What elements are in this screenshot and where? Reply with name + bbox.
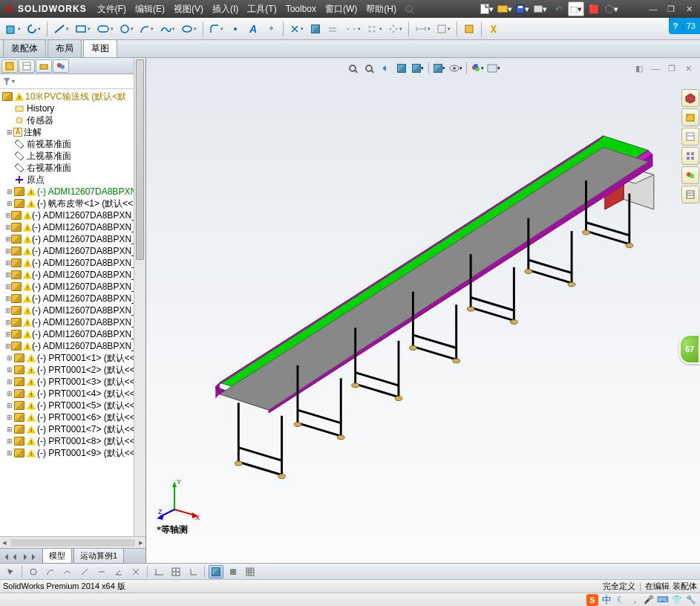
tree-part[interactable]: ⊞!(-) ADMI12607DA8BPXN_2< bbox=[0, 257, 145, 269]
qat-select-icon[interactable]: ⬚▾ bbox=[568, 1, 584, 16]
tool-fillet-icon[interactable]: ▾ bbox=[207, 20, 226, 38]
tree-annotations[interactable]: ⊞ A 注解 bbox=[0, 126, 145, 138]
sk-select-icon[interactable] bbox=[3, 565, 18, 579]
tree-part[interactable]: ⊞!(-) ADMI12607DA8BPXN_2< bbox=[0, 233, 145, 245]
tree-part[interactable]: ⊞!(-) 帆布皮带<1> (默认<< bbox=[0, 198, 145, 209]
tool-plane-icon[interactable]: ✶ bbox=[263, 20, 279, 38]
ime-sogou-icon[interactable]: S bbox=[586, 594, 598, 606]
tool-rect-icon[interactable]: ▾ bbox=[73, 20, 93, 38]
tree-front-plane[interactable]: 前视基准面 bbox=[0, 138, 145, 150]
btab-model[interactable]: 模型 bbox=[42, 549, 72, 564]
tool-line-icon[interactable]: ▾ bbox=[51, 20, 71, 38]
tp-properties-icon[interactable] bbox=[681, 186, 699, 203]
sk-line-icon[interactable] bbox=[94, 565, 109, 579]
tool-quick-snap-icon[interactable] bbox=[485, 20, 502, 38]
menu-edit[interactable]: 编辑(E) bbox=[131, 3, 169, 16]
sk-perp-icon[interactable] bbox=[186, 565, 200, 579]
tree-highlight[interactable]: ⊞ ! (-) ADMI12607DA8BPXN bbox=[0, 186, 145, 198]
tree-root[interactable]: ! 10米PVC输送线 (默认<默 bbox=[0, 91, 145, 102]
tool-pattern-icon[interactable]: ▾ bbox=[364, 20, 385, 38]
tool-point-icon[interactable] bbox=[227, 20, 243, 38]
tree-part[interactable]: ⊞!(-) PRT0001<2> (默认<< bbox=[0, 364, 145, 376]
window-restore-icon[interactable]: ❐ bbox=[663, 1, 679, 16]
qat-rebuild-icon[interactable]: 🟥 bbox=[586, 1, 602, 16]
sk-cross-icon[interactable] bbox=[128, 565, 143, 579]
qat-options-icon[interactable]: ▾ bbox=[603, 1, 620, 16]
feature-filter[interactable]: ▾ bbox=[0, 74, 145, 89]
tp-appearances-icon[interactable] bbox=[681, 166, 699, 184]
sk-curve-icon[interactable] bbox=[60, 565, 75, 579]
sk-shaded-icon[interactable] bbox=[226, 565, 241, 579]
tree-part[interactable]: ⊞!(-) ADMI12607DA8BPXN_2< bbox=[0, 209, 145, 221]
tool-trim-icon[interactable]: ▾ bbox=[287, 20, 306, 38]
tp-view-palette-icon[interactable] bbox=[681, 147, 699, 165]
tree-sensors[interactable]: 传感器 bbox=[0, 114, 145, 126]
window-close-icon[interactable]: ✕ bbox=[681, 1, 697, 16]
sk-angle-icon[interactable] bbox=[111, 565, 126, 579]
fp-tab-property-icon[interactable] bbox=[19, 59, 35, 73]
tool-ellipse-icon[interactable]: ▾ bbox=[179, 20, 199, 38]
help-badge[interactable]: ? ↓ 73 bbox=[669, 18, 700, 34]
menu-tools[interactable]: 工具(T) bbox=[243, 3, 281, 16]
tree-part[interactable]: ⊞!(-) ADMI12607DA8BPXN_2< bbox=[0, 269, 145, 281]
tree-part[interactable]: ⊞!(-) ADMI12607DA8BPXN_2< bbox=[0, 304, 145, 316]
tool-slot-icon[interactable]: ▾ bbox=[94, 20, 116, 38]
tree-origin[interactable]: 原点 bbox=[0, 174, 145, 186]
qat-undo-icon[interactable]: ↶ bbox=[550, 1, 566, 16]
fp-tab-config-icon[interactable] bbox=[36, 59, 52, 73]
qat-save-icon[interactable]: ▾ bbox=[514, 1, 531, 16]
btab-motion[interactable]: 运动算例1 bbox=[73, 549, 124, 564]
tree-hscroll[interactable]: ◂▸ bbox=[0, 536, 145, 548]
tree-top-plane[interactable]: 上视基准面 bbox=[0, 150, 145, 162]
tp-explorer-icon[interactable] bbox=[681, 128, 699, 146]
qat-open-icon[interactable]: ▾ bbox=[497, 1, 513, 16]
tool-dimension-icon[interactable]: ▾ bbox=[413, 20, 433, 38]
ime-mic-icon[interactable]: 🎤 bbox=[643, 594, 655, 606]
ime-punct-icon[interactable]: ， bbox=[629, 594, 641, 606]
tool-text-icon[interactable]: A bbox=[245, 20, 261, 38]
tab-sketch[interactable]: 草图 bbox=[83, 39, 117, 57]
fp-tab-appearance-icon[interactable] bbox=[53, 59, 69, 73]
tree-part[interactable]: ⊞!(-) ADMI12607DA8BPXN_2< bbox=[0, 328, 145, 340]
tree-part[interactable]: ⊞!(-) PRT0001<6> (默认<< bbox=[0, 411, 145, 423]
ime-keyboard-icon[interactable]: ⌨ bbox=[657, 594, 669, 606]
tool-arc-icon[interactable]: ▾ bbox=[137, 20, 156, 38]
tree-part[interactable]: ⊞!(-) ADMI12607DA8BPXN_2< bbox=[0, 293, 145, 304]
ime-moon-icon[interactable]: ☾ bbox=[615, 594, 627, 606]
tree-history[interactable]: History bbox=[0, 102, 145, 114]
sk-shaded-edges-icon[interactable] bbox=[209, 565, 223, 579]
menu-search-icon[interactable] bbox=[401, 1, 417, 16]
tab-assembly[interactable]: 装配体 bbox=[3, 39, 46, 57]
sk-grid-icon[interactable] bbox=[169, 565, 183, 579]
sk-arc-icon[interactable] bbox=[43, 565, 58, 579]
qat-print-icon[interactable]: ▾ bbox=[532, 1, 549, 16]
tool-repair-icon[interactable] bbox=[461, 20, 477, 38]
tool-extrude-icon[interactable]: ▾ bbox=[3, 20, 23, 38]
tp-resources-icon[interactable] bbox=[681, 89, 699, 107]
sk-diag-icon[interactable] bbox=[77, 565, 92, 579]
ime-lang-icon[interactable]: 中 bbox=[601, 594, 612, 606]
tree-part[interactable]: ⊞!(-) PRT0001<1> (默认<< bbox=[0, 352, 145, 364]
tool-spline-icon[interactable]: ▾ bbox=[157, 20, 177, 38]
ime-toolbox-icon[interactable]: 🔧 bbox=[685, 594, 697, 606]
menu-toolbox[interactable]: Toolbox bbox=[281, 4, 321, 14]
tree-part[interactable]: ⊞!(-) PRT0001<5> (默认<< bbox=[0, 400, 145, 411]
tool-mirror-icon[interactable]: ▾ bbox=[343, 20, 363, 38]
tree-part[interactable]: ⊞!(-) ADMI12607DA8BPXN_2< bbox=[0, 281, 145, 293]
menu-file[interactable]: 文件(F) bbox=[93, 3, 131, 16]
menu-insert[interactable]: 插入(I) bbox=[208, 3, 243, 16]
tool-move-icon[interactable]: ▾ bbox=[386, 20, 405, 38]
sk-axis-icon[interactable] bbox=[151, 565, 166, 579]
tool-offset-icon[interactable] bbox=[325, 20, 341, 38]
tree-part[interactable]: ⊞!(-) ADMI12607DA8BPXN_2< bbox=[0, 340, 145, 352]
tree-part[interactable]: ⊞!(-) ADMI12607DA8BPXN_2< bbox=[0, 316, 145, 328]
window-minimize-icon[interactable]: — bbox=[645, 1, 661, 16]
tree-part[interactable]: ⊞!(-) PRT0001<7> (默认<< bbox=[0, 423, 145, 435]
menu-view[interactable]: 视图(V) bbox=[169, 3, 208, 16]
menu-window[interactable]: 窗口(W) bbox=[321, 3, 362, 16]
tab-layout[interactable]: 布局 bbox=[48, 39, 82, 57]
feature-tree[interactable]: ! 10米PVC输送线 (默认<默 History 传感器 ⊞ A 注解 前视基… bbox=[0, 89, 145, 536]
tree-part[interactable]: ⊞!(-) PRT0001<3> (默认<< bbox=[0, 376, 145, 388]
tool-revolve-icon[interactable]: ▾ bbox=[24, 20, 43, 38]
tp-library-icon[interactable] bbox=[681, 108, 699, 126]
